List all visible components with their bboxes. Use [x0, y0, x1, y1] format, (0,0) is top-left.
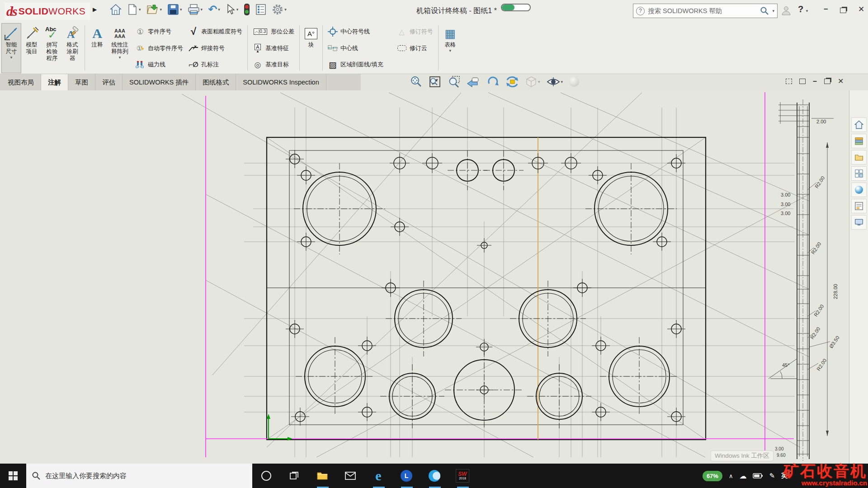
tab-inspection[interactable]: SOLIDWORKS Inspection: [236, 74, 326, 90]
task-view-button[interactable]: [280, 464, 308, 488]
dimension-label[interactable]: 3.00: [781, 202, 790, 207]
weld-symbol-button[interactable]: 焊接符号: [187, 41, 244, 56]
browser-q-button[interactable]: [420, 464, 448, 488]
help-caret-icon[interactable]: ▾: [806, 9, 808, 13]
select-caret-icon[interactable]: ▾: [236, 7, 239, 12]
auto-balloon-button[interactable]: ①ϟ 自动零件序号: [133, 41, 185, 56]
windows-ink-pen-icon[interactable]: ✎: [769, 472, 775, 480]
smart-dimension-button[interactable]: 智能尺寸 ▾: [1, 23, 21, 73]
note-button[interactable]: A 注释: [88, 23, 107, 73]
datum-target-button[interactable]: ◎ 基准目标: [251, 57, 296, 72]
tables-caret-icon[interactable]: ▾: [449, 48, 451, 53]
taskbar-search-box[interactable]: 在这里输入你要搜索的内容: [26, 464, 252, 488]
design-library-button[interactable]: [851, 134, 867, 148]
search-icon[interactable]: [760, 6, 769, 15]
view-orientation-button[interactable]: ▾: [525, 76, 540, 88]
menu-flyout-arrow[interactable]: ▶: [93, 6, 97, 13]
help-search-box[interactable]: ? 搜索 SOLIDWORKS 帮助 ▾: [633, 4, 778, 18]
maximize-window-icon[interactable]: [824, 79, 830, 84]
undo-button[interactable]: ↶ ▾: [207, 3, 222, 16]
new-caret-icon[interactable]: ▾: [139, 7, 141, 12]
edge-button[interactable]: e: [364, 464, 392, 488]
rebuild-button[interactable]: [242, 2, 251, 17]
tab-annotation[interactable]: 注解: [41, 74, 68, 90]
eye-caret-icon[interactable]: ▾: [561, 80, 563, 84]
view-palette-button[interactable]: [851, 166, 867, 181]
surface-finish-button[interactable]: √ 表面粗糙度符号: [187, 24, 244, 39]
linear-note-pattern-button[interactable]: AAAAAA 线性注释阵列 ▾: [108, 23, 132, 73]
revision-cloud-button[interactable]: 修订云: [395, 41, 435, 56]
format-painter-button[interactable]: A 格式涂刷器: [63, 23, 82, 73]
print-caret-icon[interactable]: ▾: [201, 7, 203, 12]
dimension-label[interactable]: 3.00: [781, 192, 790, 197]
minimize-window-icon[interactable]: –: [813, 77, 817, 85]
tab-addins[interactable]: SOLIDWORKS 插件: [123, 74, 196, 90]
file-explorer-taskbar-button[interactable]: [308, 464, 336, 488]
centerline-button[interactable]: 中心线: [326, 41, 385, 56]
tables-button[interactable]: ▦ 表格 ▾: [441, 23, 459, 73]
tab-view-layout[interactable]: 视图布局: [1, 74, 41, 90]
start-button[interactable]: [0, 464, 26, 488]
custom-properties-button[interactable]: [851, 199, 867, 213]
open-button[interactable]: ▾: [145, 2, 164, 17]
smart-dimension-caret-icon[interactable]: ▾: [10, 55, 13, 60]
dimension-label[interactable]: 3.00: [781, 211, 790, 216]
graphics-area[interactable]: 3.00 3.00 3.00 2.00 R2.00 R2.00 228.00 R…: [0, 90, 868, 464]
view-cube-caret-icon[interactable]: ▾: [538, 80, 540, 84]
linear-note-caret-icon[interactable]: ▾: [119, 55, 121, 60]
options-button[interactable]: ▾: [270, 2, 288, 17]
dimension-label[interactable]: 9.60: [777, 453, 785, 458]
dimension-label[interactable]: 228.00: [833, 284, 838, 299]
balloon-button[interactable]: ① 零件序号: [133, 24, 185, 39]
area-hatch-button[interactable]: ▨ 区域剖面线/填充: [326, 57, 385, 72]
3d-drawing-view-button[interactable]: [505, 75, 519, 88]
drawing-canvas[interactable]: [120, 90, 868, 464]
appearances-button[interactable]: [851, 183, 867, 197]
appearance-settings-button[interactable]: [569, 77, 579, 87]
battery-percent-badge[interactable]: 67%: [703, 471, 722, 481]
tab-sheet-format[interactable]: 图纸格式: [196, 74, 236, 90]
onedrive-cloud-icon[interactable]: ☁: [739, 472, 746, 480]
undo-caret-icon[interactable]: ▾: [218, 7, 220, 12]
dimension-label[interactable]: 45°: [782, 362, 790, 368]
battery-icon[interactable]: [753, 473, 763, 479]
dimension-label[interactable]: 3.00: [775, 446, 783, 451]
gtol-button[interactable]: ⌓|0.3 形位公差: [251, 24, 296, 39]
zoom-to-area-button[interactable]: [448, 75, 460, 88]
tray-expand-icon[interactable]: ∧: [729, 473, 733, 479]
tab-evaluate[interactable]: 评估: [95, 74, 123, 90]
window-icon[interactable]: [799, 79, 806, 84]
close-button[interactable]: ✕: [858, 5, 864, 14]
search-caret-icon[interactable]: ▾: [772, 9, 774, 13]
hide-show-items-button[interactable]: ▾: [547, 76, 563, 87]
spell-checker-button[interactable]: Abc✓ 拼写检验程序: [42, 23, 62, 73]
home-button[interactable]: [108, 2, 123, 17]
previous-view-button[interactable]: [467, 76, 480, 88]
select-button[interactable]: ▾: [224, 2, 240, 17]
print-button[interactable]: ▾: [186, 2, 204, 17]
magnetic-line-button[interactable]: 磁力线: [133, 57, 185, 72]
window-frame-icon[interactable]: [786, 79, 792, 84]
hole-callout-button[interactable]: ⌐∅ 孔标注: [187, 57, 244, 72]
new-document-button[interactable]: ▾: [126, 2, 142, 17]
datum-feature-button[interactable]: A▲ 基准特征: [251, 41, 296, 56]
app-l-button[interactable]: L: [392, 464, 420, 488]
help-button[interactable]: ? ▾: [798, 4, 808, 14]
options-caret-icon[interactable]: ▾: [284, 7, 287, 12]
minimize-button[interactable]: –: [824, 5, 828, 14]
save-button[interactable]: ▾: [166, 2, 184, 17]
forum-button[interactable]: [851, 215, 867, 230]
login-button[interactable]: [781, 5, 791, 15]
close-window-icon[interactable]: ✕: [838, 77, 844, 85]
block-button[interactable]: A° 块: [302, 23, 320, 73]
open-caret-icon[interactable]: ▾: [160, 7, 162, 12]
mail-button[interactable]: [336, 464, 364, 488]
zoom-to-fit-button[interactable]: [429, 75, 441, 88]
cortana-button[interactable]: [252, 464, 280, 488]
tab-sketch[interactable]: 草图: [68, 74, 95, 90]
zoom-button[interactable]: [410, 75, 422, 88]
dimension-label[interactable]: 2.00: [816, 119, 826, 124]
file-explorer-button[interactable]: [851, 150, 867, 164]
file-properties-button[interactable]: [254, 2, 268, 17]
center-mark-button[interactable]: 中心符号线: [326, 24, 385, 39]
